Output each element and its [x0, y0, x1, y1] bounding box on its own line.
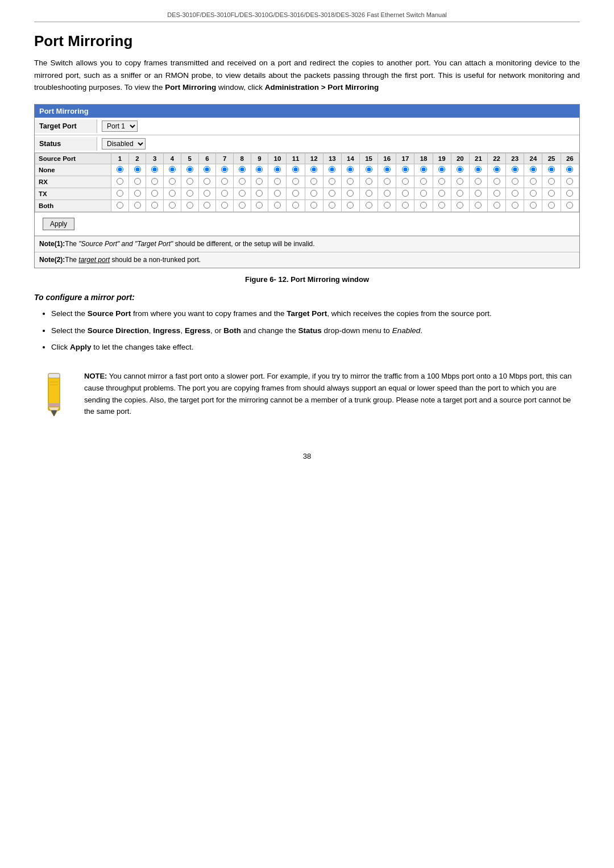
tx-radio-21[interactable] [475, 190, 482, 197]
both-radio-8[interactable] [239, 202, 246, 209]
none-radio-25[interactable] [548, 166, 555, 173]
tx-radio-25[interactable] [548, 190, 555, 197]
tx-radio-20[interactable] [457, 190, 463, 197]
tx-radio-17[interactable] [402, 190, 409, 197]
none-radio-8[interactable] [239, 166, 246, 173]
rx-radio-20[interactable] [457, 178, 463, 185]
none-radio-10[interactable] [274, 166, 281, 173]
both-radio-12[interactable] [310, 202, 317, 209]
both-radio-19[interactable] [438, 202, 445, 209]
none-radio-22[interactable] [493, 166, 500, 173]
tx-radio-15[interactable] [366, 190, 372, 197]
both-radio-11[interactable] [292, 202, 299, 209]
rx-radio-19[interactable] [438, 178, 445, 185]
both-radio-1[interactable] [117, 202, 123, 209]
tx-radio-11[interactable] [292, 190, 299, 197]
rx-radio-16[interactable] [384, 178, 391, 185]
rx-radio-6[interactable] [204, 178, 210, 185]
rx-radio-2[interactable] [134, 178, 141, 185]
tx-radio-7[interactable] [221, 190, 228, 197]
rx-radio-15[interactable] [366, 178, 372, 185]
rx-radio-8[interactable] [239, 178, 246, 185]
tx-radio-6[interactable] [204, 190, 210, 197]
both-radio-16[interactable] [384, 202, 391, 209]
rx-radio-26[interactable] [566, 178, 573, 185]
rx-radio-9[interactable] [256, 178, 263, 185]
rx-radio-4[interactable] [169, 178, 176, 185]
none-radio-21[interactable] [475, 166, 482, 173]
both-radio-26[interactable] [566, 202, 573, 209]
target-port-select[interactable]: Port 1 Port 2 Port 3 [102, 121, 138, 132]
both-radio-2[interactable] [134, 202, 141, 209]
none-radio-7[interactable] [221, 166, 228, 173]
rx-radio-5[interactable] [186, 178, 193, 185]
tx-radio-10[interactable] [274, 190, 281, 197]
none-radio-5[interactable] [186, 166, 193, 173]
none-radio-12[interactable] [310, 166, 317, 173]
tx-radio-14[interactable] [347, 190, 354, 197]
none-radio-1[interactable] [117, 166, 123, 173]
none-radio-15[interactable] [366, 166, 372, 173]
both-radio-25[interactable] [548, 202, 555, 209]
tx-radio-19[interactable] [438, 190, 445, 197]
both-radio-18[interactable] [420, 202, 427, 209]
none-radio-9[interactable] [256, 166, 263, 173]
tx-radio-23[interactable] [512, 190, 518, 197]
both-radio-9[interactable] [256, 202, 263, 209]
none-radio-14[interactable] [347, 166, 354, 173]
rx-radio-25[interactable] [548, 178, 555, 185]
none-radio-20[interactable] [457, 166, 463, 173]
tx-radio-5[interactable] [186, 190, 193, 197]
both-radio-23[interactable] [512, 202, 518, 209]
rx-radio-24[interactable] [530, 178, 537, 185]
rx-radio-3[interactable] [151, 178, 158, 185]
both-radio-10[interactable] [274, 202, 281, 209]
rx-radio-21[interactable] [475, 178, 482, 185]
none-radio-19[interactable] [438, 166, 445, 173]
none-radio-24[interactable] [530, 166, 537, 173]
rx-radio-17[interactable] [402, 178, 409, 185]
rx-radio-14[interactable] [347, 178, 354, 185]
rx-radio-23[interactable] [512, 178, 518, 185]
both-radio-21[interactable] [475, 202, 482, 209]
rx-radio-12[interactable] [310, 178, 317, 185]
tx-radio-9[interactable] [256, 190, 263, 197]
tx-radio-1[interactable] [117, 190, 123, 197]
tx-radio-22[interactable] [493, 190, 500, 197]
both-radio-14[interactable] [347, 202, 354, 209]
rx-radio-1[interactable] [117, 178, 123, 185]
both-radio-5[interactable] [186, 202, 193, 209]
tx-radio-24[interactable] [530, 190, 537, 197]
tx-radio-4[interactable] [169, 190, 176, 197]
tx-radio-16[interactable] [384, 190, 391, 197]
rx-radio-7[interactable] [221, 178, 228, 185]
rx-radio-13[interactable] [329, 178, 335, 185]
rx-radio-11[interactable] [292, 178, 299, 185]
both-radio-15[interactable] [366, 202, 372, 209]
both-radio-17[interactable] [402, 202, 409, 209]
rx-radio-18[interactable] [420, 178, 427, 185]
none-radio-4[interactable] [169, 166, 176, 173]
rx-radio-22[interactable] [493, 178, 500, 185]
both-radio-3[interactable] [151, 202, 158, 209]
tx-radio-2[interactable] [134, 190, 141, 197]
none-radio-3[interactable] [151, 166, 158, 173]
tx-radio-13[interactable] [329, 190, 335, 197]
both-radio-13[interactable] [329, 202, 335, 209]
both-radio-20[interactable] [457, 202, 463, 209]
none-radio-26[interactable] [566, 166, 573, 173]
both-radio-4[interactable] [169, 202, 176, 209]
status-select[interactable]: Disabled Enabled [102, 138, 146, 149]
rx-radio-10[interactable] [274, 178, 281, 185]
both-radio-7[interactable] [221, 202, 228, 209]
tx-radio-18[interactable] [420, 190, 427, 197]
none-radio-6[interactable] [204, 166, 210, 173]
tx-radio-12[interactable] [310, 190, 317, 197]
none-radio-18[interactable] [420, 166, 427, 173]
apply-button[interactable]: Apply [43, 218, 74, 230]
both-radio-6[interactable] [204, 202, 210, 209]
tx-radio-8[interactable] [239, 190, 246, 197]
none-radio-2[interactable] [134, 166, 141, 173]
both-radio-22[interactable] [493, 202, 500, 209]
tx-radio-3[interactable] [151, 190, 158, 197]
